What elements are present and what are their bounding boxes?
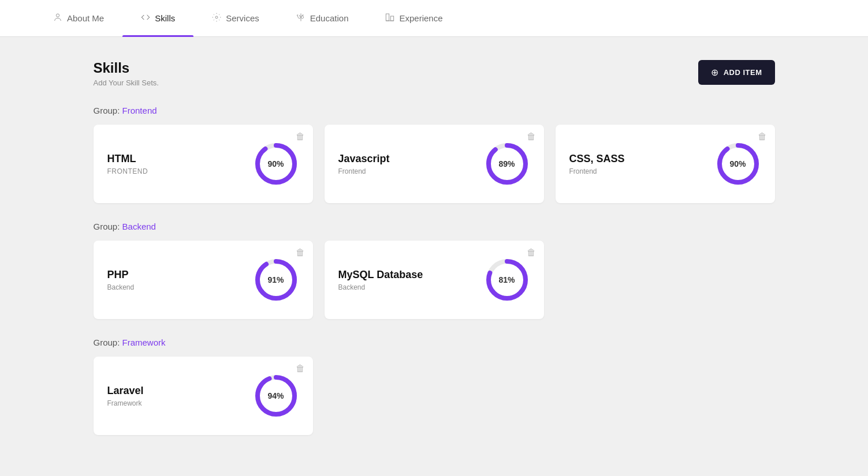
skill-card: 🗑 PHP Backend 91% [94, 241, 313, 319]
skill-info: CSS, SASS Frontend [569, 153, 715, 175]
group-section-backend: Group: Backend 🗑 PHP Backend 91% 🗑 MySQL… [94, 222, 775, 319]
donut-chart: 89% [484, 141, 530, 187]
nav-services[interactable]: Services [193, 0, 278, 37]
skill-info: Javascript Frontend [338, 153, 484, 175]
donut-label: 90% [729, 159, 746, 168]
page-title: Skills [94, 60, 159, 76]
nav-services-label: Services [226, 13, 259, 23]
skills-grid-framework: 🗑 Laravel Framework 94% [94, 357, 775, 435]
skills-grid-backend: 🗑 PHP Backend 91% 🗑 MySQL Database Backe… [94, 241, 775, 319]
plus-icon: ⊕ [711, 67, 719, 78]
skill-card: 🗑 Javascript Frontend 89% [325, 125, 544, 203]
skill-name: Laravel [107, 385, 253, 397]
skill-group-label: Frontend [338, 167, 484, 175]
donut-label: 81% [498, 275, 515, 284]
nav-experience[interactable]: Experience [367, 0, 461, 37]
skill-info: MySQL Database Backend [338, 269, 484, 291]
skill-card: 🗑 CSS, SASS Frontend 90% [556, 125, 775, 203]
nav-about[interactable]: About Me [35, 0, 122, 37]
skill-name: PHP [107, 269, 253, 281]
code-icon [141, 13, 150, 24]
groups-container: Group: Frontend 🗑 HTML FRONTEND 90% 🗑 Ja… [94, 106, 775, 435]
skill-name: Javascript [338, 153, 484, 165]
skill-group-label: Frontend [569, 167, 715, 175]
skill-group-label: Backend [107, 283, 253, 291]
svg-point-1 [215, 16, 218, 18]
navigation: About Me Skills Services Education Exper… [0, 0, 868, 37]
page-title-block: Skills Add Your Skill Sets. [94, 60, 159, 87]
nav-skills-label: Skills [155, 13, 175, 23]
nav-education[interactable]: Education [278, 0, 367, 37]
skill-info: HTML FRONTEND [107, 153, 253, 175]
group-label-backend: Group: Backend [94, 222, 775, 231]
person-icon [53, 13, 62, 24]
skill-card: 🗑 MySQL Database Backend 81% [325, 241, 544, 319]
donut-label: 94% [267, 391, 284, 400]
donut-label: 91% [267, 275, 284, 284]
main-content: Skills Add Your Skill Sets. ⊕ ADD ITEM G… [59, 37, 810, 476]
skill-info: Laravel Framework [107, 385, 253, 407]
nav-education-label: Education [310, 13, 349, 23]
building-icon [385, 13, 394, 24]
gear-icon [212, 13, 221, 24]
svg-point-0 [56, 14, 59, 17]
group-section-framework: Group: Framework 🗑 Laravel Framework 94% [94, 338, 775, 435]
skill-card: 🗑 HTML FRONTEND 90% [94, 125, 313, 203]
donut-chart: 94% [253, 373, 299, 419]
skill-name: CSS, SASS [569, 153, 715, 165]
group-label-framework: Group: Framework [94, 338, 775, 347]
svg-rect-3 [386, 14, 389, 21]
donut-chart: 90% [715, 141, 761, 187]
donut-chart: 81% [484, 257, 530, 303]
nav-experience-label: Experience [399, 13, 442, 23]
skills-grid-frontend: 🗑 HTML FRONTEND 90% 🗑 Javascript Fronten… [94, 125, 775, 203]
skill-group-label: Framework [107, 399, 253, 407]
scales-icon [296, 13, 306, 24]
donut-label: 89% [498, 159, 515, 168]
add-item-button[interactable]: ⊕ ADD ITEM [698, 60, 774, 85]
add-button-label: ADD ITEM [724, 68, 762, 77]
skill-name: MySQL Database [338, 269, 484, 281]
skill-group-label: Backend [338, 283, 484, 291]
skill-info: PHP Backend [107, 269, 253, 291]
page-subtitle: Add Your Skill Sets. [94, 78, 159, 87]
donut-chart: 90% [253, 141, 299, 187]
nav-about-label: About Me [67, 13, 104, 23]
nav-skills[interactable]: Skills [122, 0, 193, 37]
skill-group-label: FRONTEND [107, 167, 253, 175]
group-section-frontend: Group: Frontend 🗑 HTML FRONTEND 90% 🗑 Ja… [94, 106, 775, 203]
group-label-frontend: Group: Frontend [94, 106, 775, 115]
skill-name: HTML [107, 153, 253, 165]
donut-chart: 91% [253, 257, 299, 303]
page-header: Skills Add Your Skill Sets. ⊕ ADD ITEM [94, 60, 775, 87]
donut-label: 90% [267, 159, 284, 168]
svg-rect-4 [391, 16, 394, 21]
skill-card: 🗑 Laravel Framework 94% [94, 357, 313, 435]
